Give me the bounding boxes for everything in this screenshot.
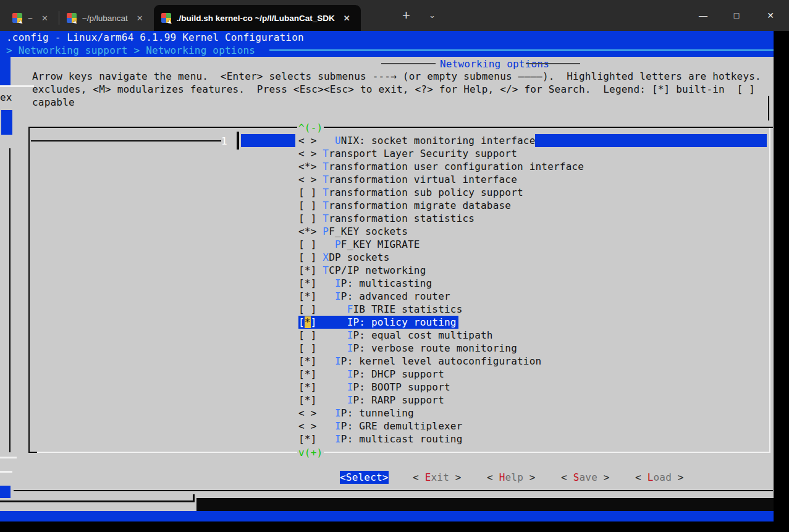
artifact-clipped-text: ex (0, 91, 12, 104)
menu-item[interactable]: [ ] Transformation migrate database (298, 199, 511, 212)
save-button[interactable]: < Save > (561, 471, 610, 484)
menu-item[interactable]: < > Transport Layer Security support (298, 147, 517, 160)
menu-item[interactable]: [ ] FIB TRIE statistics (298, 303, 463, 316)
listbox-border-right (769, 128, 770, 453)
help-button[interactable]: < Help > (487, 471, 536, 484)
button-hotkey: H (499, 471, 505, 483)
button-bracket: > (597, 471, 610, 483)
breadcrumb: > Networking support > Networking option… (6, 44, 255, 57)
hotkey-letter: F (347, 303, 353, 315)
breadcrumb-rule (269, 49, 774, 51)
scroll-up-indicator: ^(-) (297, 121, 324, 134)
menu-item[interactable]: [*] TCP/IP networking (298, 264, 426, 277)
checkbox-state: [*] (298, 277, 335, 289)
menu-item[interactable]: [*] IP: BOOTP support (298, 381, 450, 394)
terminal-app-icon (12, 13, 22, 23)
menu-item[interactable]: < > IP: tunneling (298, 407, 414, 420)
terminal-app-icon (67, 13, 77, 23)
menu-item-label: ransformation user configuration interfa… (329, 161, 584, 172)
checkbox-state: [ ] (298, 251, 323, 263)
button-bracket: < (635, 471, 648, 483)
terminal-tab-2[interactable]: ~/p/lubancat✕ (59, 5, 154, 31)
menu-item[interactable]: [ ] XDP sockets (298, 251, 390, 264)
artifact-vline-right (768, 96, 769, 120)
menu-item[interactable]: [*] IP: RARP support (298, 394, 444, 407)
listbox-corner-bottom-left (28, 452, 37, 453)
artifact-vbar (237, 132, 239, 150)
checkbox-state: <*> (298, 226, 323, 237)
menu-item[interactable]: <*> PF_KEY sockets (298, 225, 408, 238)
checkbox-state: [*] (298, 433, 335, 445)
checkbox-state: < > (298, 174, 323, 185)
checkbox-state: < > (298, 148, 323, 159)
window-titlebar: ~✕~/p/lubancat✕./build.sh kernel-co ~/p/… (0, 0, 789, 31)
menu-item[interactable]: [ ] Transformation sub policy support (298, 186, 523, 199)
checkbox-state: ] (311, 316, 317, 328)
hotkey-letter: I (347, 342, 353, 354)
menu-item-label: ransformation migrate database (329, 200, 511, 211)
tab-close-icon[interactable]: ✕ (38, 12, 51, 24)
menu-item[interactable]: [ ] PF_KEY MIGRATE (298, 238, 420, 251)
load-button[interactable]: < Load > (635, 471, 684, 484)
artifact-bottom-tick (193, 494, 195, 502)
minimize-button[interactable]: — (689, 0, 717, 31)
maximize-button[interactable]: □ (722, 0, 751, 31)
hotkey-letter: I (335, 407, 341, 419)
hotkey-letter: X (323, 251, 329, 263)
menu-item[interactable]: [ ] IP: verbose route monitoring (298, 342, 517, 355)
tab-close-icon[interactable]: ✕ (133, 12, 146, 24)
listbox-border-bottom (37, 452, 769, 453)
tab-close-icon[interactable]: ✕ (340, 12, 353, 24)
menu-item-label: F_KEY MIGRATE (341, 239, 420, 250)
menu-item-label: IB TRIE statistics (353, 303, 463, 315)
menu-item[interactable]: < > Transformation virtual interface (298, 173, 517, 186)
menu-item[interactable]: [*] IP: DHCP support (298, 368, 444, 381)
menu-item[interactable]: [*] IP: multicasting (298, 277, 432, 290)
checkbox-state: [ (298, 316, 305, 328)
menu-item-label: P: verbose route monitoring (353, 342, 518, 354)
under-dialog-black (196, 498, 774, 511)
close-button[interactable]: ✕ (756, 0, 785, 31)
menu-item[interactable]: <*> Transformation user configuration in… (298, 160, 584, 173)
menu-item[interactable]: [*] IP: policy routing (298, 316, 458, 329)
artifact-selection-right (535, 134, 767, 147)
hotkey-letter: I (347, 329, 353, 341)
menu-item[interactable]: [*] IP: multicast routing (298, 433, 463, 445)
hotkey-letter: I (347, 381, 353, 393)
select-button[interactable]: <Select> (340, 471, 389, 484)
new-tab-button[interactable]: + (402, 7, 410, 23)
menu-item-label: P: BOOTP support (353, 381, 450, 393)
breadcrumb-bar: > Networking support > Networking option… (0, 44, 774, 57)
checkbox-state: < > (298, 420, 335, 432)
terminal-app-icon (161, 13, 171, 23)
menu-item[interactable]: [ ] IP: equal cost multipath (298, 329, 493, 342)
artifact-blue-square (0, 486, 11, 498)
menu-item[interactable]: < > UNIX: socket monitoring interface (298, 134, 536, 147)
terminal-tab-3[interactable]: ./build.sh kernel-co ~/p/l/LubanCat_SDK✕ (154, 5, 361, 31)
button-hotkey: L (648, 471, 654, 483)
hotkey-letter: P (323, 226, 329, 237)
hotkey-letter: T (323, 213, 329, 224)
menu-item-label: IP: policy routing (317, 316, 457, 328)
checkbox-state: < > (298, 135, 335, 146)
hotkey-letter: T (323, 187, 329, 198)
menu-item[interactable]: [*] IP: advanced router (298, 290, 450, 303)
exit-button[interactable]: < Exit > (413, 471, 462, 484)
menu-item[interactable]: < > IP: GRE demultiplexer (298, 420, 463, 433)
menu-item-label: P: DHCP support (353, 368, 445, 380)
checkbox-state: [ ] (298, 239, 335, 250)
menu-item-label: P: multicasting (341, 277, 432, 289)
button-bracket: < (413, 471, 425, 483)
help-line-2: excludes, <M> modularizes features. Pres… (32, 83, 755, 96)
menu-item-label: P: GRE demultiplexer (341, 420, 463, 432)
menu-item-label: ransformation statistics (329, 213, 475, 224)
artifact-white-line2 (0, 457, 17, 458)
checkbox-state: [ ] (298, 187, 323, 198)
help-line-1: Arrow keys navigate the menu. <Enter> se… (32, 70, 761, 83)
tab-dropdown-icon[interactable]: ⌄ (429, 11, 436, 20)
menu-item[interactable]: [ ] Transformation statistics (298, 212, 475, 225)
tab-title: ./build.sh kernel-co ~/p/l/LubanCat_SDK (177, 14, 335, 23)
terminal-tab-1[interactable]: ~✕ (5, 5, 59, 31)
menu-item[interactable]: [*] IP: kernel level autoconfiguration (298, 355, 541, 368)
hotkey-letter: I (335, 277, 341, 289)
